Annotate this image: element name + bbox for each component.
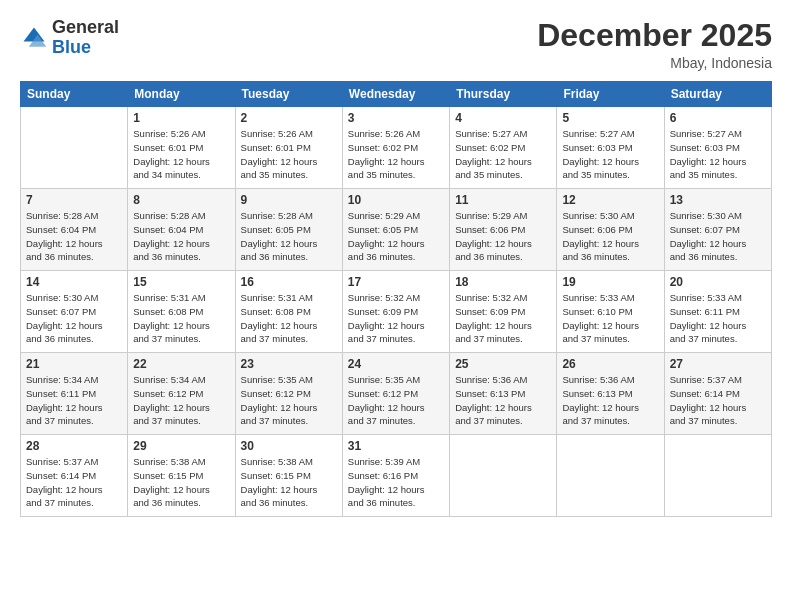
day-number: 18 [455,275,551,289]
day-info: Sunrise: 5:33 AMSunset: 6:11 PMDaylight:… [670,291,766,346]
day-number: 15 [133,275,229,289]
day-number: 1 [133,111,229,125]
day-number: 31 [348,439,444,453]
day-info: Sunrise: 5:34 AMSunset: 6:12 PMDaylight:… [133,373,229,428]
calendar-cell: 31Sunrise: 5:39 AMSunset: 6:16 PMDayligh… [342,435,449,517]
day-info: Sunrise: 5:37 AMSunset: 6:14 PMDaylight:… [26,455,122,510]
calendar-week-row: 21Sunrise: 5:34 AMSunset: 6:11 PMDayligh… [21,353,772,435]
calendar-cell: 8Sunrise: 5:28 AMSunset: 6:04 PMDaylight… [128,189,235,271]
calendar-cell: 4Sunrise: 5:27 AMSunset: 6:02 PMDaylight… [450,107,557,189]
logo: General Blue [20,18,119,58]
calendar-cell: 13Sunrise: 5:30 AMSunset: 6:07 PMDayligh… [664,189,771,271]
calendar-cell: 20Sunrise: 5:33 AMSunset: 6:11 PMDayligh… [664,271,771,353]
month-title: December 2025 [537,18,772,53]
calendar-cell: 19Sunrise: 5:33 AMSunset: 6:10 PMDayligh… [557,271,664,353]
day-info: Sunrise: 5:26 AMSunset: 6:01 PMDaylight:… [133,127,229,182]
day-info: Sunrise: 5:29 AMSunset: 6:06 PMDaylight:… [455,209,551,264]
calendar-header-monday: Monday [128,82,235,107]
calendar-cell: 27Sunrise: 5:37 AMSunset: 6:14 PMDayligh… [664,353,771,435]
calendar-header-sunday: Sunday [21,82,128,107]
day-number: 29 [133,439,229,453]
page: General Blue December 2025 Mbay, Indones… [0,0,792,612]
calendar-cell: 15Sunrise: 5:31 AMSunset: 6:08 PMDayligh… [128,271,235,353]
day-info: Sunrise: 5:35 AMSunset: 6:12 PMDaylight:… [348,373,444,428]
calendar-header-thursday: Thursday [450,82,557,107]
calendar-cell: 28Sunrise: 5:37 AMSunset: 6:14 PMDayligh… [21,435,128,517]
day-number: 30 [241,439,337,453]
day-number: 24 [348,357,444,371]
day-number: 5 [562,111,658,125]
day-info: Sunrise: 5:33 AMSunset: 6:10 PMDaylight:… [562,291,658,346]
calendar-cell: 5Sunrise: 5:27 AMSunset: 6:03 PMDaylight… [557,107,664,189]
day-number: 13 [670,193,766,207]
calendar-week-row: 7Sunrise: 5:28 AMSunset: 6:04 PMDaylight… [21,189,772,271]
calendar-cell: 2Sunrise: 5:26 AMSunset: 6:01 PMDaylight… [235,107,342,189]
day-info: Sunrise: 5:32 AMSunset: 6:09 PMDaylight:… [455,291,551,346]
day-info: Sunrise: 5:30 AMSunset: 6:06 PMDaylight:… [562,209,658,264]
calendar-header-wednesday: Wednesday [342,82,449,107]
day-info: Sunrise: 5:31 AMSunset: 6:08 PMDaylight:… [241,291,337,346]
day-number: 26 [562,357,658,371]
calendar-week-row: 28Sunrise: 5:37 AMSunset: 6:14 PMDayligh… [21,435,772,517]
calendar-cell [664,435,771,517]
day-number: 12 [562,193,658,207]
calendar-cell: 23Sunrise: 5:35 AMSunset: 6:12 PMDayligh… [235,353,342,435]
calendar-cell: 11Sunrise: 5:29 AMSunset: 6:06 PMDayligh… [450,189,557,271]
calendar-header-tuesday: Tuesday [235,82,342,107]
logo-icon [20,24,48,52]
calendar-cell [21,107,128,189]
calendar-cell: 12Sunrise: 5:30 AMSunset: 6:06 PMDayligh… [557,189,664,271]
calendar-cell: 1Sunrise: 5:26 AMSunset: 6:01 PMDaylight… [128,107,235,189]
location: Mbay, Indonesia [537,55,772,71]
calendar-cell [450,435,557,517]
logo-text: General Blue [52,18,119,58]
day-number: 4 [455,111,551,125]
day-info: Sunrise: 5:28 AMSunset: 6:05 PMDaylight:… [241,209,337,264]
calendar-cell: 29Sunrise: 5:38 AMSunset: 6:15 PMDayligh… [128,435,235,517]
calendar-cell: 14Sunrise: 5:30 AMSunset: 6:07 PMDayligh… [21,271,128,353]
calendar-cell: 26Sunrise: 5:36 AMSunset: 6:13 PMDayligh… [557,353,664,435]
day-info: Sunrise: 5:37 AMSunset: 6:14 PMDaylight:… [670,373,766,428]
calendar-cell: 9Sunrise: 5:28 AMSunset: 6:05 PMDaylight… [235,189,342,271]
day-info: Sunrise: 5:31 AMSunset: 6:08 PMDaylight:… [133,291,229,346]
day-number: 21 [26,357,122,371]
day-info: Sunrise: 5:32 AMSunset: 6:09 PMDaylight:… [348,291,444,346]
calendar-cell: 10Sunrise: 5:29 AMSunset: 6:05 PMDayligh… [342,189,449,271]
day-info: Sunrise: 5:38 AMSunset: 6:15 PMDaylight:… [133,455,229,510]
day-info: Sunrise: 5:27 AMSunset: 6:03 PMDaylight:… [562,127,658,182]
day-info: Sunrise: 5:26 AMSunset: 6:02 PMDaylight:… [348,127,444,182]
day-info: Sunrise: 5:35 AMSunset: 6:12 PMDaylight:… [241,373,337,428]
calendar-cell: 21Sunrise: 5:34 AMSunset: 6:11 PMDayligh… [21,353,128,435]
day-number: 9 [241,193,337,207]
calendar-week-row: 14Sunrise: 5:30 AMSunset: 6:07 PMDayligh… [21,271,772,353]
day-number: 7 [26,193,122,207]
calendar-week-row: 1Sunrise: 5:26 AMSunset: 6:01 PMDaylight… [21,107,772,189]
day-number: 27 [670,357,766,371]
day-info: Sunrise: 5:28 AMSunset: 6:04 PMDaylight:… [133,209,229,264]
calendar-cell: 25Sunrise: 5:36 AMSunset: 6:13 PMDayligh… [450,353,557,435]
day-number: 23 [241,357,337,371]
day-number: 10 [348,193,444,207]
day-number: 17 [348,275,444,289]
day-number: 16 [241,275,337,289]
calendar-cell: 7Sunrise: 5:28 AMSunset: 6:04 PMDaylight… [21,189,128,271]
calendar-cell: 17Sunrise: 5:32 AMSunset: 6:09 PMDayligh… [342,271,449,353]
day-info: Sunrise: 5:30 AMSunset: 6:07 PMDaylight:… [670,209,766,264]
day-number: 2 [241,111,337,125]
calendar-header-row: SundayMondayTuesdayWednesdayThursdayFrid… [21,82,772,107]
day-number: 14 [26,275,122,289]
day-number: 11 [455,193,551,207]
day-info: Sunrise: 5:30 AMSunset: 6:07 PMDaylight:… [26,291,122,346]
day-number: 6 [670,111,766,125]
day-number: 8 [133,193,229,207]
day-info: Sunrise: 5:38 AMSunset: 6:15 PMDaylight:… [241,455,337,510]
header: General Blue December 2025 Mbay, Indones… [20,18,772,71]
title-block: December 2025 Mbay, Indonesia [537,18,772,71]
day-info: Sunrise: 5:26 AMSunset: 6:01 PMDaylight:… [241,127,337,182]
day-info: Sunrise: 5:34 AMSunset: 6:11 PMDaylight:… [26,373,122,428]
calendar-cell: 6Sunrise: 5:27 AMSunset: 6:03 PMDaylight… [664,107,771,189]
calendar-cell: 3Sunrise: 5:26 AMSunset: 6:02 PMDaylight… [342,107,449,189]
day-number: 3 [348,111,444,125]
day-info: Sunrise: 5:36 AMSunset: 6:13 PMDaylight:… [562,373,658,428]
day-info: Sunrise: 5:28 AMSunset: 6:04 PMDaylight:… [26,209,122,264]
